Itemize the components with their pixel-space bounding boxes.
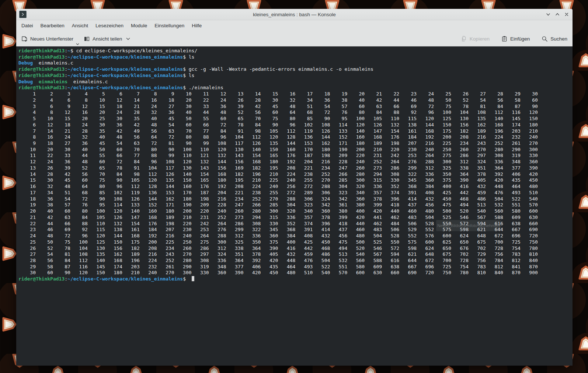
split-view-button[interactable]: Ansicht teilen	[84, 36, 130, 42]
new-tab-button[interactable]: Neues Unterfenster	[21, 36, 73, 42]
multiplication-table-row: 18 36 54 72 90 108 126 144 162 180 198 2…	[18, 196, 573, 202]
menu-module[interactable]: Module	[127, 20, 151, 31]
terminal-line: Debug einmaleins.c	[18, 60, 573, 66]
terminal-line: rider@ThinkPad13:~$ cd eclipse-C-workspa…	[18, 48, 573, 54]
multiplication-table-row: 14 28 42 56 70 84 98 112 126 140 154 168…	[18, 171, 573, 178]
terminal-cursor	[192, 276, 195, 281]
multiplication-table-row: 28 56 84 112 140 168 196 224 252 280 308…	[18, 258, 573, 264]
search-label: Suchen	[550, 36, 567, 42]
multiplication-table-row: 7 14 21 28 35 42 49 56 63 70 77 84 91 98…	[18, 128, 573, 135]
terminal-line: rider@ThinkPad13:~/eclipse-C-workspace/k…	[18, 276, 573, 282]
multiplication-table-row: 6 12 18 24 30 36 42 48 54 60 66 72 78 84…	[18, 122, 573, 128]
terminal-line: rider@ThinkPad13:~/eclipse-C-workspace/k…	[18, 66, 573, 73]
menu-hilfe[interactable]: Hilfe	[188, 20, 205, 31]
new-tab-chevron-down-icon	[76, 43, 79, 45]
multiplication-table-row: 22 44 66 88 110 132 154 176 198 220 242 …	[18, 221, 573, 227]
paste-icon	[501, 36, 508, 42]
toolbar: Neues Unterfenster Ansicht teilen	[16, 31, 573, 46]
multiplication-table-row: 21 42 63 84 105 126 147 168 189 210 231 …	[18, 215, 573, 221]
new-tab-label: Neues Unterfenster	[30, 36, 73, 42]
multiplication-table-row: 4 8 12 16 20 24 28 32 36 40 44 48 52 56 …	[18, 109, 573, 116]
minimize-icon[interactable]	[545, 11, 551, 17]
search-icon	[542, 36, 548, 42]
multiplication-table-row: 23 46 69 92 115 138 161 184 207 230 253 …	[18, 227, 573, 233]
multiplication-table-row: 27 54 81 108 135 162 189 216 243 270 297…	[18, 251, 573, 258]
paste-button[interactable]: Einfügen	[501, 36, 530, 42]
multiplication-table-row: 2 4 6 8 10 12 14 16 18 20 22 24 26 28 30…	[18, 97, 573, 104]
menu-ansicht[interactable]: Ansicht	[68, 20, 92, 31]
menubar: Datei Bearbeiten Ansicht Lesezeichen Mod…	[16, 20, 573, 31]
menu-datei[interactable]: Datei	[18, 20, 37, 31]
multiplication-table-row: 29 58 87 116 145 174 203 232 261 290 319…	[18, 264, 573, 270]
multiplication-table-row: 24 48 72 96 120 144 168 192 216 240 264 …	[18, 233, 573, 239]
paste-label: Einfügen	[510, 36, 530, 42]
copy-button[interactable]: Kopieren	[461, 36, 490, 42]
multiplication-table-row: 1 2 3 4 5 6 7 8 9 10 11 12 13 14 15 16 1…	[18, 91, 573, 97]
multiplication-table-row: 17 34 51 68 85 102 119 136 153 170 187 2…	[18, 190, 573, 196]
multiplication-table-row: 9 18 27 36 45 54 63 72 81 90 99 108 117 …	[18, 140, 573, 147]
konsole-app-icon	[19, 11, 27, 18]
multiplication-table-row: 5 10 15 20 25 30 35 40 45 50 55 60 65 70…	[18, 116, 573, 122]
multiplication-table-row: 26 52 78 104 130 156 182 208 234 260 286…	[18, 245, 573, 252]
multiplication-table-row: 13 26 39 52 65 78 91 104 117 130 143 156…	[18, 165, 573, 171]
maximize-icon[interactable]	[554, 11, 560, 17]
terminal-area[interactable]: rider@ThinkPad13:~$ cd eclipse-C-workspa…	[16, 46, 573, 366]
search-button[interactable]: Suchen	[542, 36, 567, 42]
terminal-output: rider@ThinkPad13:~$ cd eclipse-C-workspa…	[18, 48, 573, 282]
split-view-icon	[84, 36, 90, 42]
desktop: kleines_einmaleins : bash — Konsole Date…	[0, 0, 588, 373]
multiplication-table-row: 15 30 45 60 75 90 105 120 135 150 165 18…	[18, 177, 573, 184]
multiplication-table-row: 3 6 9 12 15 18 21 24 27 30 33 36 39 42 4…	[18, 104, 573, 110]
split-view-label: Ansicht teilen	[93, 36, 122, 42]
multiplication-table-row: 30 60 90 120 150 180 210 240 270 300 330…	[18, 270, 573, 276]
close-icon[interactable]	[564, 11, 570, 17]
menu-bearbeiten[interactable]: Bearbeiten	[37, 20, 68, 31]
multiplication-table-row: 25 50 75 100 125 150 175 200 225 250 275…	[18, 239, 573, 245]
titlebar[interactable]: kleines_einmaleins : bash — Konsole	[16, 9, 573, 20]
terminal-line: rider@ThinkPad13:~/eclipse-C-workspace/k…	[18, 54, 573, 60]
terminal-line: Debug einmaleins einmaleins.c	[18, 79, 573, 85]
split-view-chevron-down-icon	[126, 38, 130, 40]
multiplication-table-row: 11 22 33 44 55 66 77 88 99 110 121 132 1…	[18, 153, 573, 159]
konsole-window: kleines_einmaleins : bash — Konsole Date…	[16, 9, 573, 366]
multiplication-table-row: 12 24 36 48 60 72 84 96 108 120 132 144 …	[18, 159, 573, 165]
window-title: kleines_einmaleins : bash — Konsole	[16, 12, 573, 17]
menu-lesezeichen[interactable]: Lesezeichen	[92, 20, 127, 31]
multiplication-table-row: 10 20 30 40 50 60 70 80 90 100 110 120 1…	[18, 147, 573, 153]
multiplication-table-row: 8 16 24 32 40 48 56 64 72 80 88 96 104 1…	[18, 134, 573, 140]
menu-einstellungen[interactable]: Einstellungen	[151, 20, 188, 31]
terminal-line: rider@ThinkPad13:~/eclipse-C-workspace/k…	[18, 73, 573, 79]
copy-icon	[461, 36, 467, 42]
multiplication-table-row: 19 38 57 76 95 114 133 152 171 190 209 2…	[18, 202, 573, 208]
window-controls	[545, 11, 570, 17]
multiplication-table-row: 16 32 48 64 80 96 112 128 144 160 176 19…	[18, 184, 573, 190]
copy-label: Kopieren	[470, 36, 490, 42]
new-tab-icon	[21, 36, 28, 42]
terminal-line: rider@ThinkPad13:~/eclipse-C-workspace/k…	[18, 85, 573, 91]
multiplication-table-row: 20 40 60 80 100 120 140 160 180 200 220 …	[18, 208, 573, 215]
